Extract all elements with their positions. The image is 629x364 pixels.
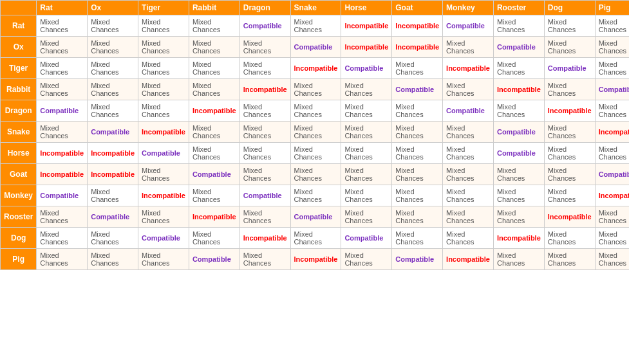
cell-dragon-2: Mixed Chances [138, 100, 189, 122]
cell-dog-0: Mixed Chances [37, 228, 88, 249]
cell-goat-11: Compatible [595, 164, 629, 185]
cell-tiger-9: Mixed Chances [493, 58, 544, 79]
cell-rat-3: Mixed Chances [189, 15, 239, 37]
cell-snake-0: Mixed Chances [37, 122, 88, 143]
cell-pig-5: Incompatible [290, 249, 341, 270]
cell-rooster-2: Mixed Chances [138, 206, 189, 228]
cell-dog-2: Compatible [138, 228, 189, 249]
cell-rat-1: Mixed Chances [88, 15, 138, 37]
cell-monkey-3: Mixed Chances [189, 185, 239, 206]
cell-rabbit-6: Mixed Chances [341, 79, 392, 100]
cell-rabbit-2: Mixed Chances [138, 79, 189, 100]
cell-dragon-11: Mixed Chances [595, 100, 629, 122]
column-header-monkey: Monkey [443, 1, 494, 15]
cell-dragon-9: Mixed Chances [493, 100, 544, 122]
cell-rat-10: Mixed Chances [544, 15, 595, 37]
cell-goat-2: Mixed Chances [138, 164, 189, 185]
cell-rat-2: Mixed Chances [138, 15, 189, 37]
cell-dog-8: Mixed Chances [443, 228, 494, 249]
cell-monkey-2: Incompatible [138, 185, 189, 206]
table-row: DragonCompatibleMixed ChancesMixed Chanc… [1, 100, 630, 122]
cell-horse-4: Mixed Chances [239, 143, 290, 164]
column-header-rat: Rat [37, 1, 88, 15]
cell-horse-8: Mixed Chances [443, 143, 494, 164]
cell-dragon-5: Mixed Chances [290, 100, 341, 122]
table-row: DogMixed ChancesMixed ChancesCompatibleM… [1, 228, 630, 249]
row-header-monkey: Monkey [1, 185, 37, 206]
cell-ox-5: Compatible [290, 37, 341, 58]
cell-goat-10: Mixed Chances [544, 164, 595, 185]
compatibility-table: RatOxTigerRabbitDragonSnakeHorseGoatMonk… [0, 0, 629, 270]
cell-rat-4: Compatible [239, 15, 290, 37]
cell-tiger-4: Mixed Chances [239, 58, 290, 79]
row-header-dog: Dog [1, 228, 37, 249]
cell-pig-0: Mixed Chances [37, 249, 88, 270]
column-header-tiger: Tiger [138, 1, 189, 15]
column-header-dragon: Dragon [239, 1, 290, 15]
cell-monkey-6: Mixed Chances [341, 185, 392, 206]
row-header-rabbit: Rabbit [1, 79, 37, 100]
cell-dog-9: Incompatible [493, 228, 544, 249]
cell-goat-6: Mixed Chances [341, 164, 392, 185]
column-header-rabbit: Rabbit [189, 1, 239, 15]
cell-tiger-6: Compatible [341, 58, 392, 79]
cell-rat-8: Compatible [443, 15, 494, 37]
cell-rat-9: Mixed Chances [493, 15, 544, 37]
cell-rabbit-3: Mixed Chances [189, 79, 239, 100]
cell-rabbit-0: Mixed Chances [37, 79, 88, 100]
cell-dog-4: Incompatible [239, 228, 290, 249]
table-row: TigerMixed ChancesMixed ChancesMixed Cha… [1, 58, 630, 79]
cell-tiger-3: Mixed Chances [189, 58, 239, 79]
cell-dog-3: Mixed Chances [189, 228, 239, 249]
column-header-dog: Dog [544, 1, 595, 15]
cell-pig-11: Mixed Chances [595, 249, 629, 270]
cell-monkey-9: Mixed Chances [493, 185, 544, 206]
cell-rooster-0: Mixed Chances [37, 206, 88, 228]
cell-monkey-0: Compatible [37, 185, 88, 206]
cell-tiger-11: Mixed Chances [595, 58, 629, 79]
cell-dragon-8: Compatible [443, 100, 494, 122]
cell-pig-3: Compatible [189, 249, 239, 270]
cell-tiger-2: Mixed Chances [138, 58, 189, 79]
table-row: MonkeyCompatibleMixed ChancesIncompatibl… [1, 185, 630, 206]
cell-horse-5: Mixed Chances [290, 143, 341, 164]
cell-rooster-1: Compatible [88, 206, 138, 228]
cell-goat-9: Mixed Chances [493, 164, 544, 185]
cell-monkey-1: Mixed Chances [88, 185, 138, 206]
cell-goat-5: Mixed Chances [290, 164, 341, 185]
cell-snake-3: Mixed Chances [189, 122, 239, 143]
cell-monkey-4: Compatible [239, 185, 290, 206]
cell-rabbit-9: Incompatible [493, 79, 544, 100]
table-row: GoatIncompatibleIncompatibleMixed Chance… [1, 164, 630, 185]
cell-pig-1: Mixed Chances [88, 249, 138, 270]
table-row: SnakeMixed ChancesCompatibleIncompatible… [1, 122, 630, 143]
cell-snake-5: Mixed Chances [290, 122, 341, 143]
cell-snake-9: Compatible [493, 122, 544, 143]
cell-horse-2: Compatible [138, 143, 189, 164]
row-header-rooster: Rooster [1, 206, 37, 228]
cell-snake-10: Mixed Chances [544, 122, 595, 143]
cell-monkey-10: Mixed Chances [544, 185, 595, 206]
cell-monkey-11: Incompatible [595, 185, 629, 206]
column-header-pig: Pig [595, 1, 629, 15]
cell-dog-7: Mixed Chances [392, 228, 443, 249]
row-header-tiger: Tiger [1, 58, 37, 79]
column-header-goat: Goat [392, 1, 443, 15]
cell-rooster-8: Mixed Chances [443, 206, 494, 228]
table-row: RoosterMixed ChancesCompatibleMixed Chan… [1, 206, 630, 228]
cell-snake-11: Incompatible [595, 122, 629, 143]
cell-ox-10: Mixed Chances [544, 37, 595, 58]
cell-rabbit-8: Mixed Chances [443, 79, 494, 100]
cell-snake-8: Mixed Chances [443, 122, 494, 143]
cell-horse-7: Mixed Chances [392, 143, 443, 164]
row-header-pig: Pig [1, 249, 37, 270]
cell-ox-9: Compatible [493, 37, 544, 58]
cell-ox-4: Mixed Chances [239, 37, 290, 58]
row-header-horse: Horse [1, 143, 37, 164]
cell-snake-2: Incompatible [138, 122, 189, 143]
cell-rat-5: Mixed Chances [290, 15, 341, 37]
cell-pig-4: Mixed Chances [239, 249, 290, 270]
cell-horse-3: Mixed Chances [189, 143, 239, 164]
table-row: OxMixed ChancesMixed ChancesMixed Chance… [1, 37, 630, 58]
cell-rooster-10: Incompatible [544, 206, 595, 228]
